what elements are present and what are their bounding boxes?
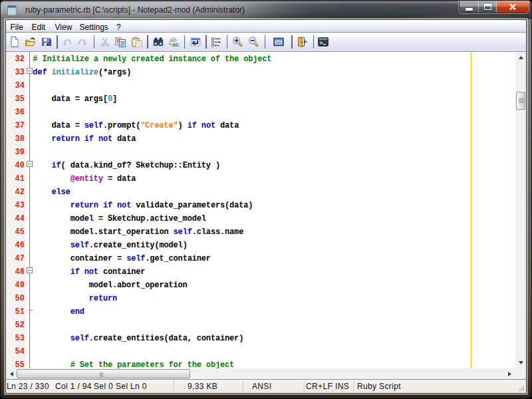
svg-text:>: > — [320, 40, 323, 46]
svg-text:ac: ac — [172, 41, 179, 47]
